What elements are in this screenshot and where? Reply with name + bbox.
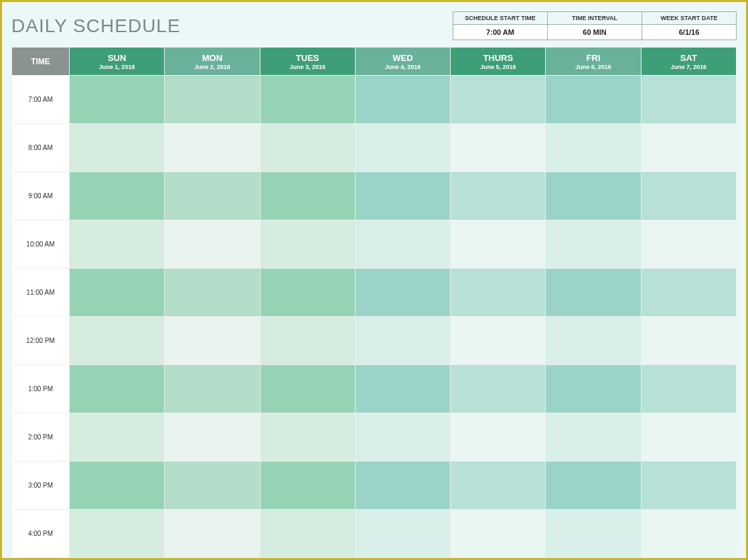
schedule-cell[interactable] bbox=[641, 317, 736, 365]
table-row: 1:00 PM bbox=[12, 365, 737, 413]
day-date: June 2, 2016 bbox=[165, 64, 259, 70]
schedule-cell[interactable] bbox=[260, 462, 355, 510]
schedule-cell[interactable] bbox=[451, 317, 546, 365]
schedule-cell[interactable] bbox=[165, 76, 260, 124]
schedule-cell[interactable] bbox=[355, 462, 450, 510]
schedule-cell[interactable] bbox=[641, 510, 736, 558]
schedule-cell[interactable] bbox=[641, 76, 736, 124]
day-date: June 3, 2016 bbox=[260, 64, 355, 70]
header-day-sat: SAT June 7, 2016 bbox=[641, 48, 736, 76]
schedule-cell[interactable] bbox=[546, 220, 641, 269]
schedule-cell[interactable] bbox=[641, 220, 736, 269]
table-row: 9:00 AM bbox=[12, 172, 737, 220]
header-row: TIME SUN June 1, 2016 MON June 2, 2016 T… bbox=[12, 48, 737, 76]
schedule-cell[interactable] bbox=[165, 317, 260, 365]
schedule-cell[interactable] bbox=[165, 124, 260, 172]
schedule-cell[interactable] bbox=[165, 172, 260, 220]
schedule-cell[interactable] bbox=[70, 269, 165, 317]
header-day-mon: MON June 2, 2016 bbox=[165, 48, 260, 76]
meta-value-week-start[interactable]: 6/1/16 bbox=[642, 25, 736, 40]
schedule-cell[interactable] bbox=[546, 317, 641, 365]
schedule-cell[interactable] bbox=[165, 269, 260, 317]
schedule-cell[interactable] bbox=[70, 76, 165, 124]
schedule-cell[interactable] bbox=[451, 220, 546, 269]
time-cell: 8:00 AM bbox=[12, 124, 70, 172]
schedule-cell[interactable] bbox=[70, 510, 165, 558]
schedule-cell[interactable] bbox=[546, 76, 641, 124]
meta-col-start-time: SCHEDULE START TIME 7:00 AM bbox=[453, 12, 548, 40]
schedule-cell[interactable] bbox=[260, 413, 355, 462]
schedule-cell[interactable] bbox=[451, 510, 546, 558]
schedule-cell[interactable] bbox=[355, 317, 450, 365]
table-row: 8:00 AM bbox=[12, 124, 737, 172]
schedule-cell[interactable] bbox=[451, 76, 546, 124]
schedule-cell[interactable] bbox=[260, 76, 355, 124]
schedule-cell[interactable] bbox=[355, 510, 450, 558]
schedule-cell[interactable] bbox=[451, 124, 546, 172]
meta-col-week-start: WEEK START DATE 6/1/16 bbox=[642, 12, 737, 40]
schedule-cell[interactable] bbox=[641, 462, 736, 510]
schedule-cell[interactable] bbox=[165, 220, 260, 269]
schedule-cell[interactable] bbox=[451, 269, 546, 317]
schedule-cell[interactable] bbox=[641, 413, 736, 462]
meta-value-time-interval[interactable]: 60 MIN bbox=[548, 25, 642, 40]
time-cell: 4:00 PM bbox=[12, 510, 70, 558]
schedule-cell[interactable] bbox=[546, 124, 641, 172]
schedule-cell[interactable] bbox=[260, 510, 355, 558]
schedule-cell[interactable] bbox=[260, 365, 355, 413]
schedule-cell[interactable] bbox=[70, 172, 165, 220]
schedule-cell[interactable] bbox=[70, 413, 165, 462]
schedule-cell[interactable] bbox=[546, 365, 641, 413]
schedule-cell[interactable] bbox=[355, 365, 450, 413]
schedule-cell[interactable] bbox=[546, 510, 641, 558]
schedule-cell[interactable] bbox=[260, 124, 355, 172]
schedule-cell[interactable] bbox=[70, 462, 165, 510]
schedule-cell[interactable] bbox=[641, 172, 736, 220]
meta-label-week-start: WEEK START DATE bbox=[642, 12, 736, 25]
schedule-cell[interactable] bbox=[641, 269, 736, 317]
schedule-cell[interactable] bbox=[70, 365, 165, 413]
schedule-cell[interactable] bbox=[355, 269, 450, 317]
schedule-cell[interactable] bbox=[641, 124, 736, 172]
table-row: 7:00 AM bbox=[12, 76, 737, 124]
schedule-cell[interactable] bbox=[451, 462, 546, 510]
schedule-cell[interactable] bbox=[451, 365, 546, 413]
schedule-cell[interactable] bbox=[641, 365, 736, 413]
schedule-cell[interactable] bbox=[355, 124, 450, 172]
schedule-cell[interactable] bbox=[165, 365, 260, 413]
schedule-cell[interactable] bbox=[546, 172, 641, 220]
time-cell: 11:00 AM bbox=[12, 269, 70, 317]
day-date: June 1, 2016 bbox=[70, 64, 164, 70]
schedule-cell[interactable] bbox=[355, 172, 450, 220]
schedule-cell[interactable] bbox=[355, 413, 450, 462]
schedule-cell[interactable] bbox=[165, 510, 260, 558]
header-day-wed: WED June 4, 2016 bbox=[355, 48, 450, 76]
time-cell: 10:00 AM bbox=[12, 220, 70, 269]
day-name: FRI bbox=[546, 53, 640, 63]
top-bar: DAILY SCHEDULE SCHEDULE START TIME 7:00 … bbox=[2, 2, 746, 47]
schedule-cell[interactable] bbox=[260, 317, 355, 365]
table-row: 11:00 AM bbox=[12, 269, 737, 317]
schedule-cell[interactable] bbox=[70, 220, 165, 269]
time-cell: 12:00 PM bbox=[12, 317, 70, 365]
schedule-cell[interactable] bbox=[546, 462, 641, 510]
table-row: 12:00 PM bbox=[12, 317, 737, 365]
schedule-cell[interactable] bbox=[260, 172, 355, 220]
schedule-cell[interactable] bbox=[451, 413, 546, 462]
schedule-cell[interactable] bbox=[260, 269, 355, 317]
schedule-cell[interactable] bbox=[546, 269, 641, 317]
schedule-cell[interactable] bbox=[70, 124, 165, 172]
schedule-cell[interactable] bbox=[260, 220, 355, 269]
schedule-cell[interactable] bbox=[355, 220, 450, 269]
schedule-cell[interactable] bbox=[451, 172, 546, 220]
schedule-cell[interactable] bbox=[546, 413, 641, 462]
day-name: TUES bbox=[260, 53, 355, 63]
table-row: 3:00 PM bbox=[12, 462, 737, 510]
schedule-cell[interactable] bbox=[165, 413, 260, 462]
schedule-cell[interactable] bbox=[70, 317, 165, 365]
header-day-fri: FRI June 6, 2016 bbox=[546, 48, 641, 76]
time-cell: 7:00 AM bbox=[12, 76, 70, 124]
schedule-cell[interactable] bbox=[355, 76, 450, 124]
schedule-cell[interactable] bbox=[165, 462, 260, 510]
meta-value-start-time[interactable]: 7:00 AM bbox=[453, 25, 547, 40]
